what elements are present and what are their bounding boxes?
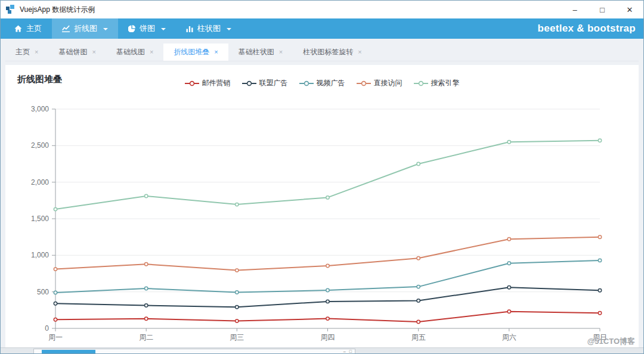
close-tab-icon[interactable]: × — [214, 49, 218, 55]
chart-card: 折线图堆叠 邮件营销联盟广告视频广告直接访问搜索引擎 05001,0001,50… — [5, 65, 639, 349]
nav-item-home[interactable]: 主页 — [4, 18, 52, 39]
tab-label: 主页 — [16, 47, 30, 57]
nav-item-bar-chart[interactable]: 柱状图 — [176, 18, 242, 39]
background-window[interactable]: – □ — [33, 349, 355, 354]
background-minimize-button[interactable]: – — [343, 349, 346, 354]
close-tab-icon[interactable]: × — [35, 49, 38, 55]
svg-text:周三: 周三 — [230, 333, 244, 341]
home-icon — [14, 25, 22, 32]
background-window-strip: – □ — [1, 347, 643, 353]
brand-text: beetlex & bootstrap — [538, 18, 643, 39]
main-navbar: 主页折线图饼图柱状图 beetlex & bootstrap — [1, 18, 643, 39]
maximize-button[interactable]: □ — [589, 1, 616, 18]
background-maximize-button[interactable]: □ — [349, 349, 352, 354]
tab-基础线图[interactable]: 基础线图× — [106, 44, 163, 61]
svg-text:500: 500 — [37, 288, 49, 296]
nav-item-pie-chart[interactable]: 饼图 — [118, 18, 176, 39]
tab-label: 折线图堆叠 — [174, 47, 209, 57]
nav-item-label: 折线图 — [74, 23, 97, 34]
svg-text:2,500: 2,500 — [31, 141, 49, 150]
tab-label: 基础柱状图 — [239, 47, 274, 57]
tab-基础饼图[interactable]: 基础饼图× — [48, 44, 106, 61]
tab-主页[interactable]: 主页× — [5, 44, 48, 61]
nav-item-label: 饼图 — [140, 23, 155, 34]
stacked-line-chart[interactable]: 05001,0001,5002,0002,5003,000周一周二周三周四周五周… — [5, 65, 640, 347]
tab-label: 基础线图 — [116, 47, 145, 57]
title-bar: VuejsApp 数据统计示例 – □ ✕ — [1, 1, 643, 18]
tab-折线图堆叠[interactable]: 折线图堆叠× — [163, 44, 228, 61]
chevron-down-icon — [103, 28, 108, 30]
svg-text:周一: 周一 — [48, 333, 63, 341]
app-window: VuejsApp 数据统计示例 – □ ✕ 主页折线图饼图柱状图 beetlex… — [1, 1, 643, 39]
close-tab-icon[interactable]: × — [92, 49, 95, 55]
chevron-down-icon — [227, 28, 231, 30]
background-window-navbar — [42, 350, 95, 353]
tab-label: 柱状图标签旋转 — [303, 47, 353, 57]
svg-text:周二: 周二 — [139, 333, 153, 341]
svg-text:1,500: 1,500 — [31, 215, 49, 223]
tab-柱状图标签旋转[interactable]: 柱状图标签旋转× — [293, 44, 371, 61]
nav-item-line-chart[interactable]: 折线图 — [52, 18, 118, 39]
tab-label: 基础饼图 — [58, 47, 87, 57]
close-tab-icon[interactable]: × — [279, 49, 283, 55]
nav-menu: 主页折线图饼图柱状图 — [4, 18, 242, 39]
svg-text:3,000: 3,000 — [31, 105, 49, 113]
svg-text:2,000: 2,000 — [31, 178, 49, 187]
minimize-button[interactable]: – — [561, 1, 589, 18]
nav-item-label: 柱状图 — [197, 23, 221, 34]
content-area: 主页×基础饼图×基础线图×折线图堆叠×基础柱状图×柱状图标签旋转× 折线图堆叠 … — [1, 39, 643, 353]
close-tab-icon[interactable]: × — [150, 49, 153, 55]
svg-text:1,000: 1,000 — [31, 251, 49, 259]
bar-chart-icon — [186, 25, 193, 32]
nav-item-label: 主页 — [26, 23, 42, 34]
pie-chart-icon — [128, 25, 135, 32]
watermark: @51CTO博客 — [587, 336, 635, 347]
app-logo-icon — [6, 5, 16, 14]
svg-text:周六: 周六 — [502, 333, 516, 341]
svg-text:0: 0 — [45, 324, 49, 333]
tab-bar: 主页×基础饼图×基础线图×折线图堆叠×基础柱状图×柱状图标签旋转× — [5, 44, 639, 61]
window-controls: – □ ✕ — [561, 1, 643, 18]
svg-text:周四: 周四 — [321, 333, 335, 341]
close-tab-icon[interactable]: × — [358, 49, 361, 55]
close-button[interactable]: ✕ — [616, 1, 643, 18]
line-chart-icon — [62, 25, 70, 32]
chevron-down-icon — [161, 28, 166, 30]
svg-text:周五: 周五 — [411, 333, 426, 341]
background-window-controls: – □ — [343, 349, 352, 354]
window-title: VuejsApp 数据统计示例 — [20, 5, 95, 15]
tab-基础柱状图[interactable]: 基础柱状图× — [228, 44, 293, 61]
